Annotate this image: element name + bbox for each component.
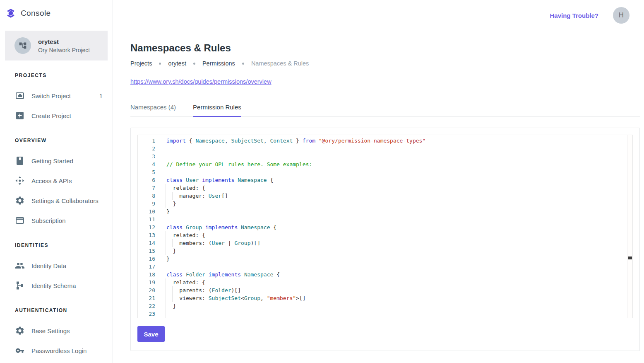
code-editor[interactable]: 1import { Namespace, SubjectSet, Context… [137, 135, 633, 318]
sidebar-sections: PROJECTSSwitch Project1Create ProjectOVE… [0, 73, 113, 361]
code-text: } [158, 255, 632, 263]
sidebar-item-identity-data[interactable]: Identity Data [0, 256, 113, 276]
scrollbar-thumb[interactable] [628, 257, 632, 259]
sidebar-item-label: Create Project [31, 112, 71, 119]
code-text: members: (User | Group)[] [158, 239, 632, 247]
sidebar-section-title: AUTHENTICATION [15, 307, 113, 313]
sidebar-item-label: Identity Data [31, 262, 66, 269]
line-number: 3 [138, 152, 158, 160]
sidebar-item-label: Passwordless Login [31, 347, 87, 354]
code-line[interactable]: 4// Define your OPL rules here. Some exa… [138, 160, 632, 168]
code-text [158, 168, 632, 176]
avatar[interactable]: H [613, 7, 630, 24]
code-text [158, 263, 632, 271]
breadcrumb-separator [159, 63, 161, 65]
sidebar-section-title: OVERVIEW [15, 138, 113, 143]
indent-guide [172, 239, 173, 247]
code-line[interactable]: 15 } [138, 247, 632, 255]
breadcrumb-orytest[interactable]: orytest [168, 60, 186, 67]
sidebar-item-subscription[interactable]: Subscription [0, 211, 113, 230]
having-trouble-link[interactable]: Having Trouble? [550, 12, 598, 19]
code-line[interactable]: 24 permits = { [138, 318, 632, 318]
sidebar-item-label: Settings & Collaborators [31, 197, 99, 204]
line-number: 8 [138, 192, 158, 200]
sidebar-item-settings-collaborators[interactable]: Settings & Collaborators [0, 191, 113, 211]
breadcrumb-separator [242, 63, 244, 65]
code-line[interactable]: 8 manager: User[] [138, 192, 632, 200]
line-number: 11 [138, 215, 158, 223]
project-count-badge: 1 [99, 92, 103, 99]
code-line[interactable]: 14 members: (User | Group)[] [138, 239, 632, 247]
line-number: 10 [138, 208, 158, 215]
sidebar-item-identity-schema[interactable]: Identity Schema [0, 276, 113, 295]
breadcrumb-projects[interactable]: Projects [130, 60, 152, 67]
sidebar-item-create-project[interactable]: Create Project [0, 106, 113, 126]
code-line[interactable]: 9 } [138, 200, 632, 208]
code-line[interactable]: 17 [138, 263, 632, 271]
book-icon [15, 156, 25, 166]
credit-card-icon [15, 215, 25, 225]
switch-project-icon [15, 91, 25, 101]
sidebar-item-access-apis[interactable]: Access & APIs [0, 171, 113, 191]
docs-link[interactable]: https://www.ory.sh/docs/guides/permissio… [130, 78, 272, 85]
breadcrumb-namespaces-rules: Namespaces & Rules [251, 60, 309, 67]
code-line[interactable]: 6class User implements Namespace { [138, 176, 632, 184]
code-text: viewers: SubjectSet<Group, "members">[] [158, 294, 632, 302]
sidebar-item-base-settings[interactable]: Base Settings [0, 321, 113, 341]
sidebar-item-switch-project[interactable]: Switch Project1 [0, 86, 113, 106]
code-line[interactable]: 11 [138, 215, 632, 223]
code-line[interactable]: 10} [138, 208, 632, 215]
code-line[interactable]: 20 parents: (Folder)[] [138, 286, 632, 294]
code-line[interactable]: 5 [138, 168, 632, 176]
line-number: 18 [138, 271, 158, 278]
tabs: Namespaces (4)Permission Rules [130, 104, 640, 117]
code-text: permits = { [158, 318, 632, 318]
code-line[interactable]: 23 [138, 310, 632, 318]
sidebar-item-label: Subscription [31, 217, 66, 224]
indent-guide [172, 192, 173, 200]
code-text [158, 215, 632, 223]
sidebar-section-title: PROJECTS [15, 73, 113, 78]
sidebar-item-label: Identity Schema [31, 282, 76, 289]
project-card[interactable]: orytest Ory Network Project [5, 31, 108, 60]
code-line[interactable]: 2 [138, 145, 632, 152]
line-number: 12 [138, 223, 158, 231]
access-apis-icon [15, 176, 25, 186]
line-number: 23 [138, 310, 158, 318]
line-number: 24 [138, 318, 158, 318]
editor-scrollbar[interactable] [627, 135, 632, 318]
code-line[interactable]: 21 viewers: SubjectSet<Group, "members">… [138, 294, 632, 302]
code-line[interactable]: 12class Group implements Namespace { [138, 223, 632, 231]
sidebar-item-passwordless-login[interactable]: Passwordless Login [0, 341, 113, 361]
code-text: related: { [158, 231, 632, 239]
code-line[interactable]: 22 } [138, 302, 632, 310]
code-line[interactable]: 13 related: { [138, 231, 632, 239]
sidebar: Console orytest Ory Network Project PROJ… [0, 0, 113, 363]
line-number: 1 [138, 137, 158, 145]
topbar: Having Trouble? H [113, 0, 644, 31]
code-line[interactable]: 16} [138, 255, 632, 263]
code-text [158, 310, 632, 318]
code-text: class Folder implements Namespace { [158, 271, 632, 278]
save-button[interactable]: Save [137, 326, 165, 342]
breadcrumb-permissions[interactable]: Permissions [202, 60, 235, 67]
line-number: 4 [138, 160, 158, 168]
indent-guide [172, 294, 173, 302]
breadcrumb: ProjectsorytestPermissionsNamespaces & R… [130, 60, 640, 67]
key-icon [15, 346, 25, 356]
code-line[interactable]: 1import { Namespace, SubjectSet, Context… [138, 137, 632, 145]
indent-guide [166, 247, 166, 255]
code-text: related: { [158, 278, 632, 286]
code-line[interactable]: 19 related: { [138, 278, 632, 286]
sidebar-item-getting-started[interactable]: Getting Started [0, 151, 113, 171]
indent-guide [166, 200, 166, 208]
tab-namespaces-4-[interactable]: Namespaces (4) [130, 104, 176, 117]
indent-guide [166, 278, 166, 286]
code-line[interactable]: 3 [138, 152, 632, 160]
code-line[interactable]: 18class Folder implements Namespace { [138, 271, 632, 278]
line-number: 22 [138, 302, 158, 310]
code-line[interactable]: 7 related: { [138, 184, 632, 192]
tab-permission-rules[interactable]: Permission Rules [193, 104, 241, 117]
line-number: 5 [138, 168, 158, 176]
code-text: related: { [158, 184, 632, 192]
